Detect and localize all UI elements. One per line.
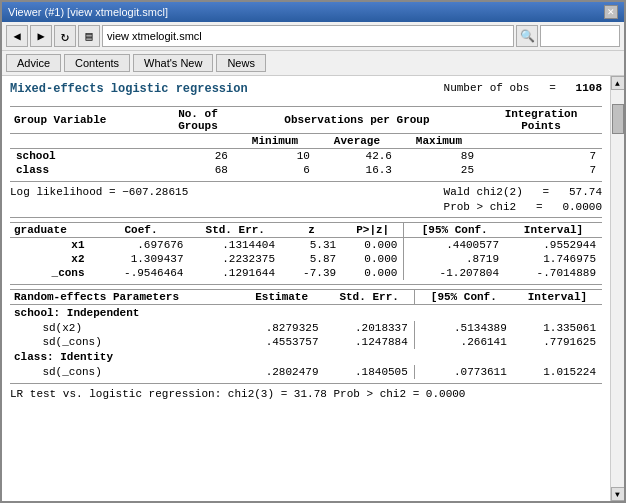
address-input[interactable] [102,25,514,47]
table-row: sd(_cons) .4553757 .1247884 .266141 .779… [10,335,602,349]
re-table: Random-effects Parameters Estimate Std. … [10,289,602,379]
class-intpts: 7 [480,163,602,177]
cons-ci-lo: -1.207804 [404,266,505,280]
school-sdx2-se: .2018337 [324,321,414,335]
nobs-eq: = [536,82,569,94]
table-row: school 26 10 42.6 89 7 [10,149,602,164]
table-row: sd(_cons) .2802479 .1840505 .0773611 1.0… [10,365,602,379]
x2-coef: 1.309437 [93,252,190,266]
var-x1: x1 [10,238,93,253]
print-button[interactable]: ▤ [78,25,100,47]
class-group-label: class: Identity [10,349,602,365]
x2-se: .2232375 [189,252,281,266]
col-z: z [281,223,342,238]
advice-button[interactable]: Advice [6,54,61,72]
prob-label: Prob > chi2 [444,201,517,213]
school-sdcons: sd(_cons) [10,335,239,349]
nobs-row: Number of obs = 1108 [444,82,602,100]
col-conf-hi: Interval] [505,223,602,238]
x1-ci-hi: .9552944 [505,238,602,253]
var-x2: x2 [10,252,93,266]
scrollbar-thumb[interactable] [612,104,624,134]
print-icon: ▤ [85,29,92,44]
col-re-ci-lo: [95% Conf. [414,290,513,305]
wald-val: 57.74 [569,186,602,198]
stats-row: Log likelihood = −607.28615 Wald chi2(2)… [10,186,602,198]
cons-coef: -.9546464 [93,266,190,280]
group-table: Group Variable No. ofGroups Observations… [10,106,602,177]
class-min: 6 [234,163,316,177]
divider-4 [10,383,602,384]
class-sdcons-hi: 1.015224 [513,365,602,379]
nav-bar: Advice Contents What's New News [2,51,624,76]
prob-val: 0.0000 [562,201,602,213]
class-sdcons-est: .2802479 [239,365,325,379]
nobs-label: Number of obs [444,82,530,94]
class-sdcons: sd(_cons) [10,365,239,379]
contents-button[interactable]: Contents [64,54,130,72]
school-min: 10 [234,149,316,164]
school-sdcons-est: .4553757 [239,335,325,349]
forward-icon: ▶ [37,29,44,44]
school-intpts: 7 [480,149,602,164]
col-average: Average [316,134,398,149]
search-icon-btn[interactable]: 🔍 [516,25,538,47]
col-minimum: Minimum [234,134,316,149]
col-integration: IntegrationPoints [480,107,602,134]
content-area[interactable]: Mixed-effects logistic regression Number… [2,76,610,501]
cons-se: .1291644 [189,266,281,280]
divider-1 [10,181,602,182]
refresh-button[interactable]: ↻ [54,25,76,47]
back-button[interactable]: ◀ [6,25,28,47]
scroll-up-button[interactable]: ▲ [611,76,625,90]
window-title: Viewer (#1) [view xtmelogit.smcl] [8,6,168,18]
whats-new-button[interactable]: What's New [133,54,213,72]
x2-ci-lo: .8719 [404,252,505,266]
x1-se: .1314404 [189,238,281,253]
col-maximum: Maximum [398,134,480,149]
school-sdcons-lo: .266141 [414,335,513,349]
table-row: class 68 6 16.3 25 7 [10,163,602,177]
col-pz: P>|z| [342,223,404,238]
col-coef: Coef. [93,223,190,238]
school-ngroups: 26 [162,149,234,164]
x1-pz: 0.000 [342,238,404,253]
school-max: 89 [398,149,480,164]
toolbar: ◀ ▶ ↻ ▤ 🔍 [2,22,624,51]
search-icon: 🔍 [520,29,535,44]
title-bar-buttons: ✕ [604,5,618,19]
divider-2 [10,217,602,218]
forward-button[interactable]: ▶ [30,25,52,47]
school-avg: 42.6 [316,149,398,164]
model-header: Mixed-effects logistic regression Number… [10,82,602,100]
class-max: 25 [398,163,480,177]
class-sdcons-lo: .0773611 [414,365,513,379]
col-depvar: graduate [10,223,93,238]
col-conf-lo: [95% Conf. [404,223,505,238]
news-button[interactable]: News [216,54,266,72]
scroll-down-button[interactable]: ▼ [611,487,625,501]
school-sdcons-se: .1247884 [324,335,414,349]
x2-pz: 0.000 [342,252,404,266]
school-group-label: school: Independent [10,305,602,322]
back-icon: ◀ [13,29,20,44]
col-re-params: Random-effects Parameters [10,290,239,305]
close-button[interactable]: ✕ [604,5,618,19]
cons-pz: 0.000 [342,266,404,280]
scrollbar[interactable]: ▲ ▼ [610,76,624,501]
loglik-label: Log likelihood = −607.28615 [10,186,188,198]
wald-eq: = [529,186,562,198]
school-sdx2-hi: 1.335061 [513,321,602,335]
x2-z: 5.87 [281,252,342,266]
lr-test-text: LR test vs. logistic regression: chi2(3)… [10,388,465,400]
table-row: school: Independent [10,305,602,322]
search-input[interactable] [540,25,620,47]
x1-z: 5.31 [281,238,342,253]
table-row: x2 1.309437 .2232375 5.87 0.000 .8719 1.… [10,252,602,266]
table-row: class: Identity [10,349,602,365]
main-window: Viewer (#1) [view xtmelogit.smcl] ✕ ◀ ▶ … [0,0,626,503]
prob-eq: = [523,201,556,213]
content-wrapper: Mixed-effects logistic regression Number… [2,76,624,501]
table-row: x1 .697676 .1314404 5.31 0.000 .4400577 … [10,238,602,253]
class-avg: 16.3 [316,163,398,177]
